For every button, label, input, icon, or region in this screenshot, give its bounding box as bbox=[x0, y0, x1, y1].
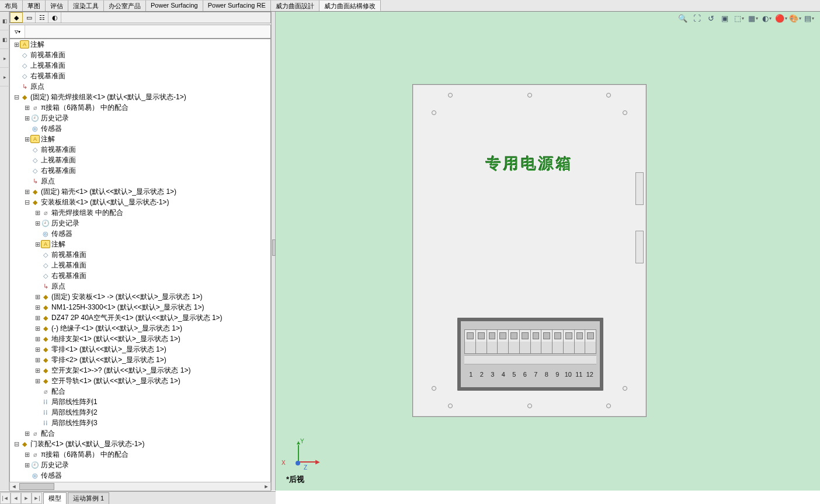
expand-icon[interactable] bbox=[34, 314, 41, 322]
expand-icon[interactable] bbox=[24, 114, 30, 122]
tree-node[interactable]: ◆DZ47 2P 40A空气开关<1> (默认<<默认>_显示状态 1>) bbox=[10, 312, 270, 323]
expand-icon[interactable] bbox=[24, 430, 30, 437]
expand-icon[interactable] bbox=[34, 209, 41, 217]
command-tab[interactable]: 威力曲面結構修改 bbox=[319, 0, 381, 11]
expand-icon[interactable] bbox=[34, 367, 41, 374]
expand-icon[interactable] bbox=[34, 346, 41, 353]
tree-node[interactable]: ⌀配合 bbox=[10, 428, 270, 439]
display-style-icon[interactable]: ▦ bbox=[748, 13, 758, 23]
expand-icon[interactable] bbox=[34, 335, 41, 343]
tree-node[interactable]: ◇右视基准面 bbox=[10, 270, 270, 281]
tree-node[interactable]: ↳原点 bbox=[10, 176, 270, 186]
tab-nav-first-icon[interactable]: |◄ bbox=[0, 492, 11, 504]
tree-node[interactable]: ◎传感器 bbox=[10, 228, 270, 239]
flyout-tab-4[interactable]: ▸ bbox=[0, 68, 9, 86]
filter-input[interactable] bbox=[25, 25, 270, 38]
tree-node[interactable]: ◇右视基准面 bbox=[10, 165, 270, 176]
expand-icon[interactable] bbox=[34, 377, 41, 385]
collapse-icon[interactable] bbox=[13, 440, 20, 448]
tab-nav-next-icon[interactable]: ► bbox=[21, 492, 32, 504]
tree-node[interactable]: ◇右视基准面 bbox=[10, 71, 270, 81]
command-tab[interactable]: 布局 bbox=[0, 0, 23, 11]
expand-icon[interactable] bbox=[24, 461, 30, 469]
tree-tab-property-icon[interactable]: ▭ bbox=[23, 12, 36, 23]
tree-tab-display-icon[interactable]: ◐ bbox=[48, 12, 61, 23]
tree-node[interactable]: ⁞⁞局部线性阵列2 bbox=[10, 407, 270, 418]
view-orientation-icon[interactable]: ⬚ bbox=[734, 13, 744, 23]
tree-node[interactable]: A注解 bbox=[10, 39, 270, 50]
expand-icon[interactable] bbox=[24, 135, 30, 143]
expand-icon[interactable] bbox=[34, 220, 41, 227]
scroll-thumb[interactable] bbox=[19, 483, 54, 490]
collapse-icon[interactable] bbox=[24, 199, 30, 206]
command-tab[interactable]: 渲染工具 bbox=[68, 0, 104, 11]
apply-scene-icon[interactable]: 🎨 bbox=[790, 13, 800, 23]
zoom-fit-icon[interactable]: 🔍 bbox=[677, 13, 688, 23]
graphics-viewport[interactable]: 🔍 ⛶ ↺ ▣ ⬚ ▦ ◐ 🔴 🎨 ▤ 专用电源箱 12345678910111… bbox=[276, 12, 820, 491]
tree-node[interactable]: ◆NM1-125H-3300<1> (默认<<默认>_显示状态 1>) bbox=[10, 302, 270, 312]
command-tab[interactable]: Power Surfacing RE bbox=[203, 0, 271, 11]
feature-tree[interactable]: A注解◇前视基准面◇上视基准面◇右视基准面↳原点◆(固定) 箱壳焊接组装<1> … bbox=[10, 39, 270, 490]
tree-node[interactable]: ◇前视基准面 bbox=[10, 50, 270, 60]
tree-node[interactable]: ◆安装板组装<1> (默认<默认_显示状态-1>) bbox=[10, 197, 270, 207]
tree-node[interactable]: 🕘历史记录 bbox=[10, 218, 270, 228]
flyout-tab-1[interactable]: ◧ bbox=[0, 12, 9, 30]
tree-node[interactable]: ◇上视基准面 bbox=[10, 155, 270, 165]
expand-icon[interactable] bbox=[13, 41, 20, 48]
tree-node[interactable]: ◆零排<1> (默认<<默认>_显示状态 1>) bbox=[10, 344, 270, 354]
command-tab[interactable]: Power Surfacing bbox=[146, 0, 203, 11]
tree-node[interactable]: ⌀配合 bbox=[10, 386, 270, 397]
tree-tab-feature-icon[interactable]: ◆ bbox=[10, 12, 23, 23]
expand-icon[interactable] bbox=[34, 356, 41, 364]
tab-nav-prev-icon[interactable]: ◄ bbox=[11, 492, 21, 504]
tab-nav-last-icon[interactable]: ►| bbox=[32, 492, 42, 504]
filter-funnel-icon[interactable]: ▿▾ bbox=[10, 25, 25, 38]
tree-node[interactable]: ⁞⁞局部线性阵列3 bbox=[10, 418, 270, 428]
view-settings-icon[interactable]: ▤ bbox=[804, 13, 814, 23]
scroll-right-icon[interactable]: ► bbox=[262, 482, 270, 491]
tree-node[interactable]: ⌀π接箱（6路简易） 中的配合 bbox=[10, 102, 270, 113]
collapse-icon[interactable] bbox=[13, 93, 20, 101]
tree-node[interactable]: ◇上视基准面 bbox=[10, 60, 270, 71]
tree-tab-config-icon[interactable]: ☷ bbox=[36, 12, 48, 23]
tree-node[interactable]: ◆(固定) 箱壳焊接组装<1> (默认<默认_显示状态-1>) bbox=[10, 92, 270, 102]
tree-node[interactable]: ⌀π接箱（6路简易） 中的配合 bbox=[10, 449, 270, 460]
tree-node[interactable]: ↳原点 bbox=[10, 281, 270, 291]
command-tab[interactable]: 评估 bbox=[46, 0, 68, 11]
tree-node[interactable]: ◆空开导轨<1> (默认<<默认>_显示状态 1>) bbox=[10, 376, 270, 386]
tree-node[interactable]: 🕘历史记录 bbox=[10, 460, 270, 470]
tree-node[interactable]: ◇上视基准面 bbox=[10, 260, 270, 270]
tree-node[interactable]: ⁞⁞局部线性阵列1 bbox=[10, 397, 270, 407]
tree-node[interactable]: ◇前视基准面 bbox=[10, 144, 270, 155]
hide-show-icon[interactable]: ◐ bbox=[762, 13, 772, 23]
tree-node[interactable]: ◇前视基准面 bbox=[10, 249, 270, 260]
expand-icon[interactable] bbox=[34, 304, 41, 311]
flyout-tab-3[interactable]: ▸ bbox=[0, 49, 9, 68]
tree-node[interactable]: ◆门装配<1> (默认<默认_显示状态-1>) bbox=[10, 439, 270, 449]
command-tab[interactable]: 办公室产品 bbox=[104, 0, 146, 11]
panel-splitter[interactable] bbox=[271, 12, 276, 491]
flyout-tab-2[interactable]: ◧ bbox=[0, 30, 9, 49]
tree-h-scrollbar[interactable]: ◄ ► bbox=[9, 482, 271, 491]
tree-node[interactable]: ◆零排<2> (默认<<默认>_显示状态 1>) bbox=[10, 354, 270, 365]
command-tab[interactable]: 草图 bbox=[23, 0, 46, 11]
tree-node[interactable]: ◆(固定) 箱壳<1> (默认<<默认>_显示状态 1>) bbox=[10, 186, 270, 197]
tree-node[interactable]: ⌀箱壳焊接组装 中的配合 bbox=[10, 207, 270, 218]
tree-node[interactable]: ◎传感器 bbox=[10, 470, 270, 481]
tree-node[interactable]: ↳原点 bbox=[10, 81, 270, 92]
tree-node[interactable]: 🕘历史记录 bbox=[10, 113, 270, 123]
bottom-tab-model[interactable]: 模型 bbox=[43, 492, 67, 504]
expand-icon[interactable] bbox=[24, 188, 30, 196]
tree-node[interactable]: ◆(固定) 安装板<1> -> (默认<<默认>_显示状态 1>) bbox=[10, 291, 270, 302]
expand-icon[interactable] bbox=[34, 293, 41, 301]
tree-node[interactable]: ◎传感器 bbox=[10, 123, 270, 134]
expand-icon[interactable] bbox=[34, 241, 41, 248]
command-tab[interactable]: 威力曲面設計 bbox=[271, 0, 319, 11]
tree-node[interactable]: ◆(-) 绝缘子<1> (默认<<默认>_显示状态 1>) bbox=[10, 323, 270, 333]
expand-icon[interactable] bbox=[24, 104, 30, 112]
expand-icon[interactable] bbox=[34, 325, 41, 332]
scroll-left-icon[interactable]: ◄ bbox=[10, 482, 18, 491]
zoom-area-icon[interactable]: ⛶ bbox=[692, 13, 702, 23]
prev-view-icon[interactable]: ↺ bbox=[706, 13, 716, 23]
tree-node[interactable]: A注解 bbox=[10, 239, 270, 249]
